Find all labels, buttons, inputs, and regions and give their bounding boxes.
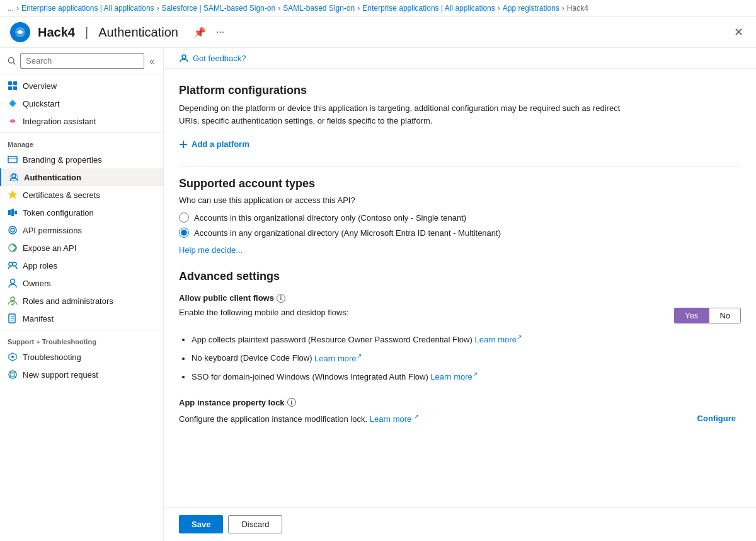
page-title: Authentication — [98, 25, 178, 40]
breadcrumb-enterprise-all[interactable]: Enterprise applications | All applicatio… — [21, 4, 154, 13]
breadcrumb: ... › Enterprise applications | All appl… — [0, 0, 756, 17]
learn-more-link-1[interactable]: Learn more↗ — [474, 335, 521, 344]
sidebar-item-expose-label: Expose an API — [23, 243, 76, 253]
sidebar-item-approles-label: App roles — [23, 261, 57, 270]
svg-point-1 — [8, 57, 14, 63]
app-logo — [10, 22, 30, 42]
roles-icon — [8, 296, 18, 306]
main-content: Got feedback? Platform configurations De… — [164, 48, 756, 541]
integration-icon — [8, 116, 18, 126]
sidebar-item-branding[interactable]: Branding & properties — [0, 151, 163, 168]
breadcrumb-salesforce[interactable]: Salesforce | SAML-based Sign-on — [162, 4, 276, 13]
app-instance-section: App instance property lock i Configure t… — [179, 398, 741, 426]
breadcrumb-saml[interactable]: SAML-based Sign-on — [283, 4, 355, 13]
feedback-icon — [179, 53, 189, 63]
account-type-multi[interactable]: Accounts in any organizational directory… — [179, 228, 741, 238]
account-type-multi-radio[interactable] — [179, 228, 189, 238]
sidebar-search-container: « — [0, 48, 163, 74]
sidebar-item-token[interactable]: Token configuration — [0, 204, 163, 221]
svg-point-17 — [9, 244, 16, 252]
svg-rect-13 — [11, 209, 14, 216]
sidebar-item-owners[interactable]: Owners — [0, 274, 163, 292]
bullet-item-3: SSO for domain-joined Windows (Windows I… — [192, 368, 741, 385]
more-button[interactable]: ··· — [214, 24, 227, 40]
sidebar-item-support-label: New support request — [23, 370, 98, 380]
bullet-item-2-text: No keyboard (Device Code Flow) — [192, 354, 312, 363]
add-icon — [179, 140, 188, 149]
breadcrumb-app-registrations[interactable]: App registrations — [503, 4, 559, 13]
svg-line-2 — [13, 62, 15, 64]
pin-button[interactable]: 📌 — [191, 24, 209, 41]
learn-more-link-3[interactable]: Learn more↗ — [430, 372, 477, 381]
certs-icon — [8, 190, 18, 200]
api-icon — [8, 225, 18, 235]
save-button[interactable]: Save — [179, 515, 223, 533]
toggle-yes-button[interactable]: Yes — [674, 308, 709, 323]
sidebar-item-quickstart[interactable]: Quickstart — [0, 95, 163, 112]
app-instance-desc: Configure the application instance modif… — [179, 413, 687, 424]
sidebar-item-api-label: API permissions — [23, 226, 82, 235]
supported-title: Supported account types — [179, 177, 741, 190]
feedback-bar[interactable]: Got feedback? — [164, 48, 756, 69]
sidebar-item-integration[interactable]: Integration assistant — [0, 112, 163, 130]
svg-point-16 — [11, 228, 14, 232]
search-input[interactable] — [20, 53, 144, 69]
account-type-single-radio[interactable] — [179, 212, 189, 223]
breadcrumb-dots[interactable]: ... — [8, 4, 14, 13]
close-button[interactable]: ✕ — [731, 23, 746, 42]
account-type-single-label: Accounts in this organizational director… — [194, 213, 466, 223]
app-instance-learn-more[interactable]: Learn more ↗ — [370, 414, 419, 424]
svg-rect-5 — [8, 86, 12, 90]
breadcrumb-hack4: Hack4 — [567, 4, 588, 13]
svg-point-15 — [9, 226, 16, 234]
toggle-no-button[interactable]: No — [709, 308, 741, 323]
token-icon — [8, 207, 18, 218]
svg-point-10 — [10, 173, 18, 181]
sidebar-item-roles[interactable]: Roles and administrators — [0, 292, 163, 310]
svg-point-18 — [9, 262, 13, 266]
support-icon — [8, 369, 18, 380]
auth-icon — [9, 172, 19, 182]
sidebar-item-certs[interactable]: Certificates & secrets — [0, 186, 163, 204]
help-decide-link[interactable]: Help me decide... — [179, 245, 243, 255]
app-instance-info-icon[interactable]: i — [287, 398, 296, 407]
svg-point-26 — [11, 356, 14, 358]
svg-rect-3 — [8, 81, 12, 85]
breadcrumb-enterprise-all2[interactable]: Enterprise applications | All applicatio… — [362, 4, 495, 13]
overview-icon — [8, 81, 18, 91]
configure-button[interactable]: Configure — [692, 411, 741, 426]
sidebar-item-troubleshooting[interactable]: Troubleshooting — [0, 348, 163, 366]
sidebar-item-approles[interactable]: App roles — [0, 257, 163, 274]
learn-more-link-2[interactable]: Learn more↗ — [314, 354, 361, 363]
sidebar-item-expose[interactable]: Expose an API — [0, 239, 163, 257]
account-type-single[interactable]: Accounts in this organizational director… — [179, 212, 741, 223]
sidebar-item-troubleshooting-label: Troubleshooting — [23, 352, 81, 362]
owners-icon — [8, 278, 18, 288]
divider-1 — [179, 166, 741, 167]
bullet-item-1-text: App collects plaintext password (Resourc… — [192, 335, 472, 344]
public-flows-info-icon[interactable]: i — [277, 294, 285, 303]
sidebar-item-authentication[interactable]: Authentication — [0, 168, 163, 186]
header-separator: | — [85, 25, 88, 40]
sidebar-item-integration-label: Integration assistant — [23, 117, 96, 126]
svg-point-29 — [182, 55, 186, 59]
sidebar-item-manifest[interactable]: Manifest — [0, 310, 163, 327]
account-type-radio-group: Accounts in this organizational director… — [179, 212, 741, 238]
sidebar-item-overview[interactable]: Overview — [0, 77, 163, 95]
supported-desc: Who can use this application or access t… — [179, 195, 741, 205]
sidebar-item-manifest-label: Manifest — [23, 314, 54, 323]
app-instance-row: Configure the application instance modif… — [179, 411, 741, 426]
page-header: Hack4 | Authentication 📌 ··· ✕ — [0, 17, 756, 48]
svg-point-7 — [11, 102, 14, 105]
sidebar-item-roles-label: Roles and administrators — [23, 296, 113, 306]
enable-flows-row: Enable the following mobile and desktop … — [179, 308, 741, 323]
sidebar-item-support[interactable]: New support request — [0, 366, 163, 383]
sidebar-item-api[interactable]: API permissions — [0, 221, 163, 239]
sidebar-item-branding-label: Branding & properties — [23, 155, 102, 165]
svg-point-19 — [13, 262, 16, 266]
bullet-item-3-text: SSO for domain-joined Windows (Windows I… — [192, 372, 428, 381]
add-platform-button[interactable]: Add a platform — [179, 137, 249, 151]
collapse-sidebar-button[interactable]: « — [148, 55, 156, 67]
discard-button[interactable]: Discard — [228, 515, 282, 533]
svg-marker-11 — [8, 190, 17, 199]
